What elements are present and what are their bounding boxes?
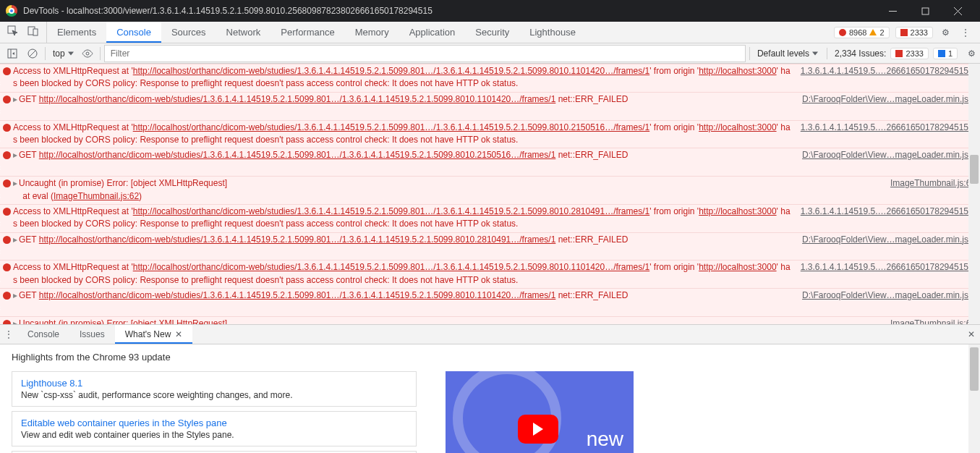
- message-body: Access to XMLHttpRequest at 'http://loca…: [13, 122, 791, 148]
- error-icon: [3, 261, 13, 287]
- tab-application[interactable]: Application: [399, 22, 466, 43]
- drawer-close-icon[interactable]: ✕: [963, 325, 980, 344]
- issues-info[interactable]: 1: [933, 48, 958, 59]
- message-source-link[interactable]: D:\FarooqFolder\View…mageLoader.min.js:2: [792, 289, 976, 316]
- message-source-link[interactable]: 1.3.6.1.4.1.14519.5.…26661650178294515:1: [791, 206, 976, 232]
- promo-text: new: [587, 428, 623, 451]
- tab-memory[interactable]: Memory: [345, 22, 399, 43]
- card-desc: View and edit web container queries in t…: [21, 430, 407, 440]
- console-message[interactable]: GET http://localhost/orthanc/dicom-web/s…: [0, 148, 980, 176]
- console-message[interactable]: Access to XMLHttpRequest at 'http://loca…: [0, 204, 980, 232]
- svg-rect-3: [33, 29, 38, 35]
- warning-triangle-icon: [869, 29, 877, 35]
- message-source-link[interactable]: D:\FarooqFolder\View…mageLoader.min.js:2: [792, 93, 976, 119]
- message-body: GET http://localhost/orthanc/dicom-web/s…: [13, 149, 792, 175]
- console-toolbar: top Default levels 2,334 Issues: 2333 1 …: [0, 43, 980, 64]
- console-message[interactable]: Access to XMLHttpRequest at 'http://loca…: [0, 260, 980, 288]
- message-body: Uncaught (in promise) Error: [object XML…: [13, 177, 880, 203]
- maximize-button[interactable]: [909, 0, 942, 22]
- svg-rect-0: [922, 8, 929, 14]
- play-icon: [518, 415, 558, 444]
- drawer-tabbar: ⋮ ConsoleIssuesWhat's New✕ ✕: [0, 324, 980, 344]
- console-scrollbar[interactable]: [968, 64, 980, 324]
- window-title: DevTools - localhost:3000/viewer/1.3.6.1…: [23, 6, 877, 16]
- card-title: Lighthouse 8.1: [21, 378, 407, 389]
- message-source-link[interactable]: 1.3.6.1.4.1.14519.5.…26661650178294515:1: [791, 122, 976, 148]
- message-body: GET http://localhost/orthanc/dicom-web/s…: [13, 93, 792, 119]
- tab-lighthouse[interactable]: Lighthouse: [519, 22, 586, 43]
- context-select[interactable]: top: [50, 47, 75, 60]
- error-icon: [3, 65, 13, 91]
- console-message[interactable]: Uncaught (in promise) Error: [object XML…: [0, 316, 980, 324]
- device-icon[interactable]: [27, 25, 39, 39]
- more-kebab-icon[interactable]: ⋮: [958, 27, 973, 38]
- whatsnew-video[interactable]: new: [446, 371, 634, 453]
- drawer-scrollbar[interactable]: [968, 344, 980, 453]
- message-body: Access to XMLHttpRequest at 'http://loca…: [13, 65, 791, 91]
- minimize-button[interactable]: [877, 0, 909, 22]
- error-counter[interactable]: 8968 2: [834, 27, 890, 38]
- window-titlebar: DevTools - localhost:3000/viewer/1.3.6.1…: [0, 0, 980, 22]
- console-settings-gear-icon[interactable]: ⚙: [968, 48, 976, 59]
- message-source-link[interactable]: 1.3.6.1.4.1.14519.5.…26661650178294515:1: [791, 65, 976, 91]
- drawer-tab-issues[interactable]: Issues: [69, 325, 115, 344]
- blocked-square-icon: [900, 29, 908, 36]
- tab-sources[interactable]: Sources: [161, 22, 216, 43]
- info-square-icon: [938, 50, 945, 57]
- drawer-tab-console[interactable]: Console: [17, 325, 69, 344]
- error-icon: [3, 318, 13, 324]
- main-tabbar: ElementsConsoleSourcesNetworkPerformance…: [0, 22, 980, 43]
- drawer-tab-what-s-new[interactable]: What's New✕: [115, 325, 193, 344]
- settings-gear-icon[interactable]: ⚙: [939, 27, 953, 38]
- error-icon: [3, 93, 13, 119]
- sidebar-toggle-icon[interactable]: [4, 46, 20, 62]
- message-source-link[interactable]: 1.3.6.1.4.1.14519.5.…26661650178294515:1: [791, 261, 976, 287]
- tab-network[interactable]: Network: [216, 22, 271, 43]
- inspect-icon[interactable]: [7, 25, 19, 39]
- message-body: Access to XMLHttpRequest at 'http://loca…: [13, 206, 791, 232]
- message-body: Uncaught (in promise) Error: [object XML…: [13, 318, 880, 324]
- error-icon: [3, 149, 13, 175]
- console-log[interactable]: Access to XMLHttpRequest at 'http://loca…: [0, 64, 980, 324]
- error-icon: [3, 122, 13, 148]
- tab-close-icon[interactable]: ✕: [175, 329, 182, 339]
- drawer-body: Highlights from the Chrome 93 update Lig…: [0, 344, 980, 453]
- blocked-counter[interactable]: 2333: [895, 27, 933, 38]
- error-square-icon: [895, 50, 903, 57]
- issues-label: 2,334 Issues:: [835, 48, 886, 59]
- whatsnew-card[interactable]: Lighthouse 8.1New `csp-xss` audit, perfo…: [12, 371, 417, 407]
- console-message[interactable]: GET http://localhost/orthanc/dicom-web/s…: [0, 232, 980, 261]
- message-source-link[interactable]: ImageThumbnail.js:62: [880, 177, 976, 203]
- live-expression-eye-icon[interactable]: [80, 46, 95, 62]
- error-icon: [3, 177, 13, 203]
- message-body: Access to XMLHttpRequest at 'http://loca…: [13, 261, 791, 287]
- tab-console[interactable]: Console: [106, 22, 161, 43]
- chrome-icon: [6, 5, 17, 17]
- issues-errors[interactable]: 2333: [890, 48, 928, 59]
- tab-elements[interactable]: Elements: [47, 22, 106, 43]
- message-source-link[interactable]: ImageThumbnail.js:62: [880, 318, 976, 324]
- console-message[interactable]: Access to XMLHttpRequest at 'http://loca…: [0, 64, 980, 92]
- console-message[interactable]: GET http://localhost/orthanc/dicom-web/s…: [0, 288, 980, 316]
- error-icon: [3, 234, 13, 260]
- whatsnew-heading: Highlights from the Chrome 93 update: [12, 352, 968, 363]
- message-source-link[interactable]: D:\FarooqFolder\View…mageLoader.min.js:2: [792, 149, 976, 175]
- console-message[interactable]: Uncaught (in promise) Error: [object XML…: [0, 176, 980, 204]
- message-body: GET http://localhost/orthanc/dicom-web/s…: [13, 289, 792, 316]
- message-source-link[interactable]: D:\FarooqFolder\View…mageLoader.min.js:2: [792, 234, 976, 260]
- close-button[interactable]: [942, 0, 974, 22]
- console-message[interactable]: GET http://localhost/orthanc/dicom-web/s…: [0, 92, 980, 120]
- error-icon: [3, 206, 13, 232]
- console-message[interactable]: Access to XMLHttpRequest at 'http://loca…: [0, 120, 980, 148]
- clear-console-icon[interactable]: [25, 46, 41, 62]
- card-title: Editable web container queries in the St…: [21, 418, 407, 428]
- svg-point-6: [86, 52, 89, 55]
- message-body: GET http://localhost/orthanc/dicom-web/s…: [13, 234, 792, 260]
- drawer-more-icon[interactable]: ⋮: [0, 325, 17, 344]
- whatsnew-card[interactable]: Editable web container queries in the St…: [12, 411, 417, 446]
- log-levels-select[interactable]: Default levels: [754, 47, 819, 60]
- tab-security[interactable]: Security: [465, 22, 519, 43]
- card-desc: New `csp-xss` audit, performance score w…: [21, 390, 407, 400]
- filter-input[interactable]: [105, 46, 745, 62]
- tab-performance[interactable]: Performance: [270, 22, 344, 43]
